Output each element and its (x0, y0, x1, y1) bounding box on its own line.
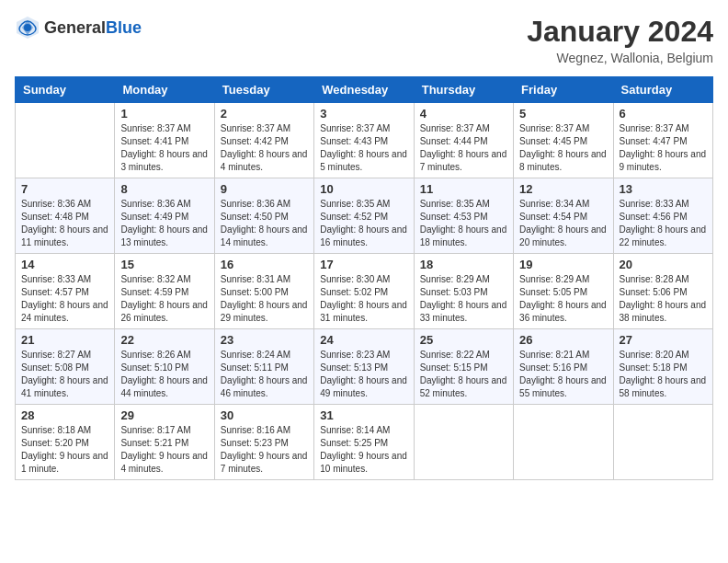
weekday-header-tuesday: Tuesday (214, 77, 313, 103)
day-number: 6 (620, 107, 707, 121)
calendar-cell: 11 Sunrise: 8:35 AMSunset: 4:53 PMDaylig… (414, 178, 513, 254)
calendar-cell: 25 Sunrise: 8:22 AMSunset: 5:15 PMDaylig… (414, 329, 513, 405)
calendar-cell: 18 Sunrise: 8:29 AMSunset: 5:03 PMDaylig… (414, 254, 513, 329)
day-detail: Sunrise: 8:17 AMSunset: 5:21 PMDaylight:… (120, 424, 208, 476)
calendar-cell: 2 Sunrise: 8:37 AMSunset: 4:42 PMDayligh… (214, 103, 313, 178)
calendar-cell: 6 Sunrise: 8:37 AMSunset: 4:47 PMDayligh… (613, 103, 712, 178)
day-detail: Sunrise: 8:29 AMSunset: 5:05 PMDaylight:… (519, 273, 607, 325)
day-detail: Sunrise: 8:35 AMSunset: 4:52 PMDaylight:… (320, 198, 407, 249)
calendar-cell: 29 Sunrise: 8:17 AMSunset: 5:21 PMDaylig… (115, 405, 214, 480)
calendar-cell: 21 Sunrise: 8:27 AMSunset: 5:08 PMDaylig… (16, 329, 115, 405)
calendar-cell: 26 Sunrise: 8:21 AMSunset: 5:16 PMDaylig… (514, 329, 613, 405)
calendar-week-row: 28 Sunrise: 8:18 AMSunset: 5:20 PMDaylig… (16, 405, 713, 480)
day-detail: Sunrise: 8:37 AMSunset: 4:44 PMDaylight:… (420, 122, 507, 174)
day-number: 5 (519, 107, 607, 121)
day-detail: Sunrise: 8:35 AMSunset: 4:53 PMDaylight:… (420, 198, 507, 249)
calendar-cell: 30 Sunrise: 8:16 AMSunset: 5:23 PMDaylig… (214, 405, 313, 480)
weekday-header-saturday: Saturday (613, 77, 712, 103)
day-detail: Sunrise: 8:36 AMSunset: 4:50 PMDaylight:… (221, 198, 308, 249)
calendar-cell: 20 Sunrise: 8:28 AMSunset: 5:06 PMDaylig… (613, 254, 712, 329)
day-detail: Sunrise: 8:28 AMSunset: 5:06 PMDaylight:… (620, 273, 707, 325)
calendar-cell: 8 Sunrise: 8:36 AMSunset: 4:49 PMDayligh… (115, 178, 214, 254)
calendar-cell: 9 Sunrise: 8:36 AMSunset: 4:50 PMDayligh… (214, 178, 313, 254)
weekday-header-monday: Monday (115, 77, 214, 103)
day-detail: Sunrise: 8:30 AMSunset: 5:02 PMDaylight:… (320, 273, 407, 325)
calendar-cell: 17 Sunrise: 8:30 AMSunset: 5:02 PMDaylig… (314, 254, 414, 329)
day-detail: Sunrise: 8:34 AMSunset: 4:54 PMDaylight:… (519, 198, 607, 249)
day-detail: Sunrise: 8:32 AMSunset: 4:59 PMDaylight:… (120, 273, 208, 325)
day-number: 22 (120, 333, 208, 347)
weekday-header-sunday: Sunday (16, 77, 115, 103)
calendar-cell: 14 Sunrise: 8:33 AMSunset: 4:57 PMDaylig… (16, 254, 115, 329)
day-detail: Sunrise: 8:37 AMSunset: 4:47 PMDaylight:… (620, 122, 707, 174)
day-detail: Sunrise: 8:16 AMSunset: 5:23 PMDaylight:… (221, 424, 308, 476)
day-detail: Sunrise: 8:33 AMSunset: 4:56 PMDaylight:… (620, 198, 707, 249)
day-detail: Sunrise: 8:26 AMSunset: 5:10 PMDaylight:… (120, 349, 208, 400)
logo: GeneralBlue (15, 15, 142, 40)
logo-text: GeneralBlue (44, 18, 142, 38)
day-detail: Sunrise: 8:37 AMSunset: 4:45 PMDaylight:… (519, 122, 607, 174)
calendar-week-row: 1 Sunrise: 8:37 AMSunset: 4:41 PMDayligh… (16, 103, 713, 178)
calendar-table: SundayMondayTuesdayWednesdayThursdayFrid… (15, 76, 713, 480)
title-block: January 2024 Wegnez, Wallonia, Belgium (527, 15, 713, 65)
day-number: 17 (320, 258, 407, 271)
day-detail: Sunrise: 8:31 AMSunset: 5:00 PMDaylight:… (221, 273, 308, 325)
calendar-cell: 16 Sunrise: 8:31 AMSunset: 5:00 PMDaylig… (214, 254, 313, 329)
day-number: 20 (620, 258, 707, 271)
calendar-cell (414, 405, 513, 480)
weekday-header-wednesday: Wednesday (314, 77, 414, 103)
calendar-cell: 3 Sunrise: 8:37 AMSunset: 4:43 PMDayligh… (314, 103, 414, 178)
day-number: 9 (221, 182, 308, 196)
day-detail: Sunrise: 8:22 AMSunset: 5:15 PMDaylight:… (420, 349, 507, 400)
calendar-cell: 24 Sunrise: 8:23 AMSunset: 5:13 PMDaylig… (314, 329, 414, 405)
calendar-week-row: 14 Sunrise: 8:33 AMSunset: 4:57 PMDaylig… (16, 254, 713, 329)
day-detail: Sunrise: 8:21 AMSunset: 5:16 PMDaylight:… (519, 349, 607, 400)
day-number: 29 (120, 408, 208, 422)
day-detail: Sunrise: 8:36 AMSunset: 4:49 PMDaylight:… (120, 198, 208, 249)
calendar-week-row: 7 Sunrise: 8:36 AMSunset: 4:48 PMDayligh… (16, 178, 713, 254)
day-number: 23 (221, 333, 308, 347)
day-detail: Sunrise: 8:37 AMSunset: 4:42 PMDaylight:… (221, 122, 308, 174)
calendar-week-row: 21 Sunrise: 8:27 AMSunset: 5:08 PMDaylig… (16, 329, 713, 405)
calendar-cell: 27 Sunrise: 8:20 AMSunset: 5:18 PMDaylig… (613, 329, 712, 405)
weekday-header-friday: Friday (514, 77, 613, 103)
calendar-cell: 13 Sunrise: 8:33 AMSunset: 4:56 PMDaylig… (613, 178, 712, 254)
day-number: 7 (21, 182, 108, 196)
day-number: 2 (221, 107, 308, 121)
month-title: January 2024 (527, 15, 713, 49)
day-number: 14 (21, 258, 108, 271)
day-detail: Sunrise: 8:23 AMSunset: 5:13 PMDaylight:… (320, 349, 407, 400)
calendar-cell: 12 Sunrise: 8:34 AMSunset: 4:54 PMDaylig… (514, 178, 613, 254)
calendar-cell: 28 Sunrise: 8:18 AMSunset: 5:20 PMDaylig… (16, 405, 115, 480)
weekday-header-thursday: Thursday (414, 77, 513, 103)
day-detail: Sunrise: 8:33 AMSunset: 4:57 PMDaylight:… (21, 273, 108, 325)
calendar-cell (613, 405, 712, 480)
day-number: 3 (320, 107, 407, 121)
calendar-cell: 23 Sunrise: 8:24 AMSunset: 5:11 PMDaylig… (214, 329, 313, 405)
day-detail: Sunrise: 8:37 AMSunset: 4:41 PMDaylight:… (120, 122, 208, 174)
day-detail: Sunrise: 8:20 AMSunset: 5:18 PMDaylight:… (620, 349, 707, 400)
day-number: 19 (519, 258, 607, 271)
calendar-cell: 15 Sunrise: 8:32 AMSunset: 4:59 PMDaylig… (115, 254, 214, 329)
page-header: GeneralBlue January 2024 Wegnez, Walloni… (15, 15, 713, 65)
day-detail: Sunrise: 8:29 AMSunset: 5:03 PMDaylight:… (420, 273, 507, 325)
day-number: 24 (320, 333, 407, 347)
calendar-cell: 7 Sunrise: 8:36 AMSunset: 4:48 PMDayligh… (16, 178, 115, 254)
location-title: Wegnez, Wallonia, Belgium (527, 51, 713, 65)
calendar-cell: 1 Sunrise: 8:37 AMSunset: 4:41 PMDayligh… (115, 103, 214, 178)
day-number: 27 (620, 333, 707, 347)
day-number: 26 (519, 333, 607, 347)
calendar-cell (16, 103, 115, 178)
day-number: 28 (21, 408, 108, 422)
day-number: 30 (221, 408, 308, 422)
day-number: 10 (320, 182, 407, 196)
day-number: 21 (21, 333, 108, 347)
logo-icon (15, 15, 40, 40)
day-detail: Sunrise: 8:24 AMSunset: 5:11 PMDaylight:… (221, 349, 308, 400)
day-number: 11 (420, 182, 507, 196)
day-number: 18 (420, 258, 507, 271)
weekday-header-row: SundayMondayTuesdayWednesdayThursdayFrid… (16, 77, 713, 103)
day-detail: Sunrise: 8:36 AMSunset: 4:48 PMDaylight:… (21, 198, 108, 249)
day-detail: Sunrise: 8:37 AMSunset: 4:43 PMDaylight:… (320, 122, 407, 174)
day-detail: Sunrise: 8:27 AMSunset: 5:08 PMDaylight:… (21, 349, 108, 400)
